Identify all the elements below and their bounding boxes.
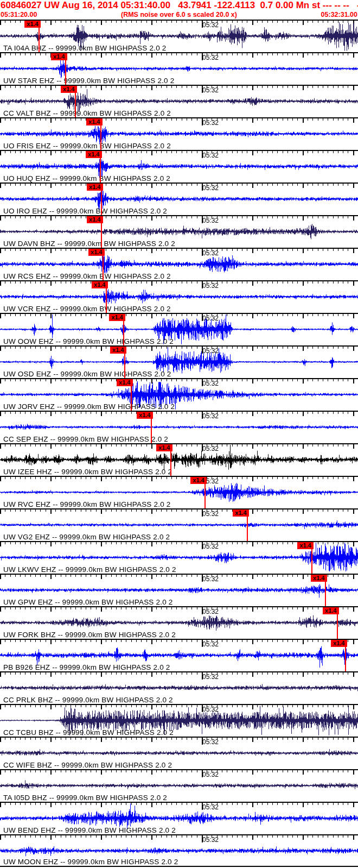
trace-block: 05:32 x1.4 CC SEP EHZ -- 99999.0km BW HI… (0, 411, 358, 443)
trace-block: 05:32 CC WIFE BHZ -- 99999.0km BW HIGHPA… (0, 737, 358, 769)
station-label: UW FORK BHZ -- 99999.0km BW HIGHPASS 2.0… (3, 631, 176, 639)
trace-block: 05:32 x1.4 UW RVC EHZ -- 99999.0km BW HI… (0, 476, 358, 508)
pick-flag[interactable]: x1.4 (190, 477, 207, 484)
pick-line[interactable] (39, 28, 40, 52)
station-label: UW VCR EHZ -- 99999.0km BW HIGHPASS 2.0 … (3, 305, 171, 313)
station-label: UW OOW EHZ -- 99999.0km BW HIGHPASS 2.0 … (3, 337, 174, 345)
pick-line[interactable] (345, 647, 346, 671)
pick-flag[interactable]: x1.4 (86, 118, 103, 125)
pick-flag[interactable]: x1.4 (92, 281, 108, 288)
minute-tick-label: 05:32 (202, 608, 219, 615)
pick-flag[interactable]: x1.4 (311, 575, 327, 582)
trace-block: 05:32 x1.4 UW LKWV EHZ -- 99999.0km BW H… (0, 541, 358, 574)
pick-line[interactable] (325, 582, 326, 606)
minute-tick-label: 05:32 (202, 673, 219, 681)
station-label: UW LKWV EHZ -- 99999.0km BW HIGHPASS 2.0… (3, 565, 176, 574)
pick-line[interactable] (100, 125, 101, 150)
pick-flag[interactable]: x1.4 (323, 607, 339, 614)
pick-line[interactable] (106, 288, 107, 313)
pick-flag[interactable]: x1.4 (87, 184, 103, 191)
station-label: UO FRIS EHZ -- 99999.0km BW HIGHPASS 2.0… (3, 142, 171, 150)
trace-block: 05:32 UW BEND EHZ -- 99999.0km BW HIGHPA… (0, 802, 358, 834)
minute-tick-label: 05:32 (202, 54, 219, 61)
minute-tick-label: 05:32 (202, 86, 219, 94)
trace-block: 05:32 x1.4 UO HUQ EHZ -- 99999.0km BW HI… (0, 150, 358, 183)
trace-block: 05:32 x1.4 CC VALT BHZ -- 99999.0km BW H… (0, 85, 358, 117)
pick-flag[interactable]: x1.4 (331, 640, 347, 647)
trace-block: 05:32 x1.4 UO FRIS EHZ -- 99999.0km BW H… (0, 117, 358, 150)
trace-block: 05:32 x1.4 UW VCR EHZ -- 99999.0km BW HI… (0, 280, 358, 313)
pick-flag[interactable]: x1.4 (24, 21, 41, 28)
pick-flag[interactable]: x1.4 (88, 249, 105, 256)
minute-tick-label: 05:32 (202, 510, 219, 518)
station-label: UW RVC EHZ -- 99999.0km BW HIGHPASS 2.0 … (3, 500, 171, 508)
pick-flag[interactable]: x1.4 (117, 379, 133, 386)
minute-tick-label: 05:32 (202, 282, 219, 290)
station-label: UW IZEE HHZ -- 99999.0km BW HIGHPASS 2.0… (3, 468, 172, 476)
minute-tick-label: 05:32 (202, 412, 219, 420)
pick-flag[interactable]: x1.4 (51, 53, 67, 60)
station-label: TA I04A BHZ -- 99999.0km BW HIGHPASS 2.0… (3, 44, 167, 52)
trace-list: 05:32 x1.4 TA I04A BHZ -- 99999.0km BW H… (0, 20, 358, 867)
station-label: UW BEND EHZ -- 99999.0km BW HIGHPASS 2.0… (3, 826, 176, 834)
pick-flag[interactable]: x1.4 (110, 347, 126, 354)
time-axis-header: 05:31:20.00 (RMS noise over 6.0 s scaled… (0, 11, 358, 18)
minute-tick-label: 05:32 (202, 249, 219, 257)
trace-block: 05:32 TA I05D BHZ -- 99999.0km BW HIGHPA… (0, 769, 358, 802)
pick-line[interactable] (100, 158, 101, 183)
minute-tick-label: 05:32 (202, 445, 219, 452)
event-summary-title: 60846027 UW Aug 16, 2014 05:31:40.00 43.… (0, 0, 358, 11)
minute-tick-label: 05:32 (202, 706, 219, 713)
pick-flag[interactable]: x1.4 (156, 444, 172, 451)
rms-scaling-note: (RMS noise over 6.0 s scaled 20.0 x) (121, 11, 237, 18)
trace-block: 05:32 x1.4 UW OSD EHZ -- 99999.0km BW HI… (0, 345, 358, 378)
pick-line[interactable] (247, 517, 248, 541)
pick-flag[interactable]: x1.4 (86, 151, 102, 158)
minute-tick-label: 05:32 (202, 217, 219, 224)
pick-line[interactable] (337, 614, 338, 639)
station-label: CC SEP EHZ -- 99999.0km BW HIGHPASS 2.0 … (3, 435, 168, 443)
station-label: UW OSD EHZ -- 99999.0km BW HIGHPASS 2.0 … (3, 370, 171, 378)
minute-tick-label: 05:32 (202, 543, 219, 550)
station-label: CC WIFE BHZ -- 99999.0km BW HIGHPASS 2.0… (3, 761, 172, 769)
minute-tick-label: 05:32 (202, 184, 219, 192)
trace-block: 05:32 x1.4 UW RCS EHZ -- 99999.0km BW HI… (0, 248, 358, 280)
pick-line[interactable] (311, 549, 312, 574)
pick-line[interactable] (65, 60, 66, 85)
pick-line[interactable] (131, 386, 132, 411)
window-start-time: 05:31:20.00 (1, 11, 37, 18)
pick-line[interactable] (103, 256, 104, 280)
pick-flag[interactable]: x1.4 (233, 510, 249, 517)
station-label: UW GPW EHZ -- 99999.0km BW HIGHPASS 2.0 … (3, 598, 173, 606)
header: 60846027 UW Aug 16, 2014 05:31:40.00 43.… (0, 0, 358, 20)
pick-line[interactable] (204, 484, 206, 508)
window-end-time: 05:32:31.00 (321, 11, 357, 18)
pick-line[interactable] (151, 419, 152, 443)
trace-block: 05:32 x1.4 UW VG2 EHZ -- 99999.0km BW HI… (0, 508, 358, 541)
station-label: UW STAR EHZ -- 99999.0km BW HIGHPASS 2.0… (3, 77, 174, 85)
trace-block: 05:32 x1.4 UW IZEE HHZ -- 99999.0km BW H… (0, 443, 358, 476)
station-label: UW RCS EHZ -- 99999.0km BW HIGHPASS 2.0 … (3, 272, 171, 280)
station-label: UO IRO EHZ -- 99999.0km BW HIGHPASS 2.0 … (3, 207, 167, 215)
station-label: TA I05D BHZ -- 99999.0km BW HIGHPASS 2.0… (3, 794, 167, 802)
pick-flag[interactable]: x1.4 (297, 542, 314, 549)
pick-line[interactable] (101, 191, 102, 215)
pick-flag[interactable]: x1.4 (87, 216, 103, 223)
station-label: UW DAVN BHZ -- 99999.0km BW HIGHPASS 2.0… (3, 240, 175, 248)
trace-block: 05:32 x1.4 UW DAVN BHZ -- 99999.0km BW H… (0, 215, 358, 248)
seismic-review-window: { "header": { "line1": "60846027 UW Aug … (0, 0, 358, 868)
station-label: UO HUQ EHZ -- 99999.0km BW HIGHPASS 2.0 … (3, 174, 170, 183)
station-label: CC TCBU BHZ -- 99999.0km BW HIGHPASS 2.0… (3, 728, 174, 737)
minute-tick-label: 05:32 (202, 738, 219, 746)
station-label: CC VALT BHZ -- 99999.0km BW HIGHPASS 2.0… (3, 109, 171, 117)
pick-line[interactable] (170, 451, 171, 476)
pick-flag[interactable]: x1.4 (109, 314, 125, 321)
station-label: UW MOON EHZ -- 99999.0km BW HIGHPASS 2.0… (3, 858, 178, 866)
pick-flag[interactable]: x1.4 (61, 86, 77, 93)
pick-flag[interactable]: x1.4 (137, 412, 153, 419)
pick-line[interactable] (101, 223, 102, 248)
minute-tick-label: 05:32 (202, 836, 219, 844)
pick-line[interactable] (75, 93, 76, 117)
pick-line[interactable] (124, 354, 125, 378)
pick-line[interactable] (123, 321, 124, 345)
